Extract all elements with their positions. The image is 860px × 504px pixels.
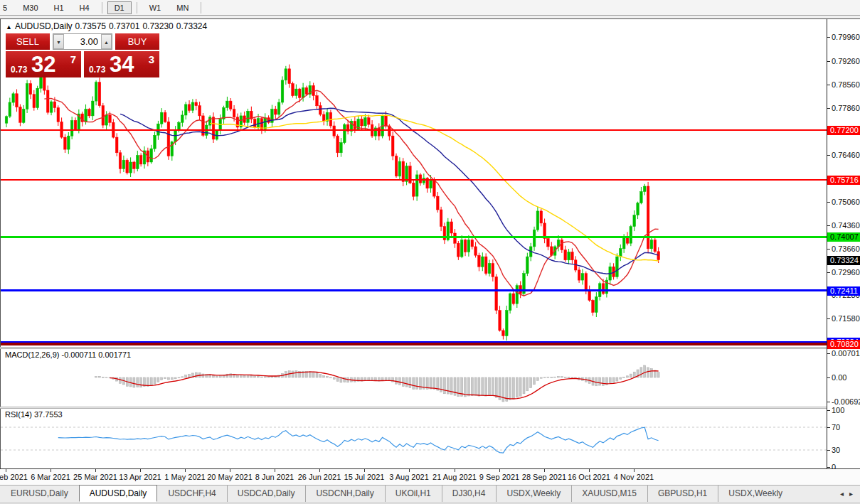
toolbar-separator — [137, 2, 137, 14]
price-badge: 0.74007 — [827, 232, 860, 242]
chart-symbol-header: ▲AUDUSD,Daily0.735750.737010.732300.7332… — [6, 21, 210, 31]
ask-quote[interactable]: 0.73 34 3 — [84, 51, 159, 77]
ohlc-open: 0.73575 — [75, 21, 106, 31]
one-click-panel-toggle-icon[interactable]: ▲ — [6, 23, 12, 31]
time-tick-mark — [230, 469, 230, 472]
price-tick-mark — [827, 272, 830, 273]
ask-pip-digit: 3 — [149, 53, 154, 65]
price-tick-mark — [827, 108, 830, 109]
macd-tick-label: -0.006923 — [832, 397, 860, 406]
timeframe-button-d1[interactable]: D1 — [107, 1, 132, 14]
rsi-tick-label: 30 — [832, 446, 840, 454]
price-tick-mark — [827, 225, 830, 226]
price-tick-mark — [827, 37, 830, 38]
chart-tab-usdx-weekly[interactable]: USDX,Weekly — [718, 486, 793, 502]
chart-tab-audusd-daily[interactable]: AUDUSD,Daily — [79, 485, 158, 502]
timeframe-button-mn[interactable]: MN — [169, 1, 196, 14]
bid-big-digits: 32 — [31, 52, 55, 77]
price-tick-label: 0.73660 — [832, 245, 860, 253]
price-badge: 0.72411 — [827, 286, 860, 296]
ask-big-digits: 34 — [110, 52, 134, 77]
chart-tab-ukoil-h1[interactable]: UKOil,H1 — [385, 486, 442, 502]
price-tick-label: 0.74360 — [832, 221, 860, 230]
bid-pip-digit: 7 — [70, 53, 76, 65]
volume-spinner: ▼ ▲ — [53, 33, 112, 50]
chart-tab-dj30-h4[interactable]: DJ30,H4 — [442, 486, 497, 502]
chart-tab-gbpusd-h1[interactable]: GBPUSD,H1 — [647, 486, 718, 502]
time-tick-mark — [544, 469, 545, 472]
price-scale[interactable]: 0.799600.792600.785600.778600.764600.750… — [827, 19, 860, 468]
trading-app-window: 5M30H1H4D1W1MN ▲AUDUSD,Daily0.735750.737… — [0, 0, 860, 504]
chart-tab-usdx-weekly[interactable]: USDX,Weekly — [496, 486, 571, 502]
price-tick-mark — [827, 85, 830, 85]
macd-tick-label: 0.00 — [832, 373, 846, 382]
bid-quote[interactable]: 0.73 32 7 — [6, 51, 81, 77]
macd-tick-mark — [827, 377, 830, 378]
time-tick-mark — [140, 469, 141, 472]
price-tick-label: 0.78560 — [832, 80, 860, 89]
tab-scroll-right-icon[interactable]: ▸ — [849, 490, 853, 498]
time-tick-mark — [589, 469, 590, 472]
ohlc-close: 0.73324 — [176, 21, 207, 31]
bid-prefix: 0.73 — [11, 65, 27, 75]
price-tick-label: 0.72960 — [832, 268, 860, 277]
price-tick-label: 0.71580 — [832, 314, 860, 323]
time-tick-label: 4 Nov 2021 — [605, 473, 662, 481]
time-tick-mark — [364, 469, 365, 472]
macd-label: MACD(12,26,9) -0.000711 0.001771 — [5, 350, 131, 359]
volume-input[interactable] — [64, 34, 101, 49]
chart-tab-xauusd-m15[interactable]: XAUUSD,M15 — [571, 486, 647, 502]
macd-tick-mark — [827, 402, 830, 402]
ohlc-high: 0.73701 — [109, 21, 139, 31]
price-tick-mark — [827, 318, 830, 319]
buy-button[interactable]: BUY — [115, 33, 159, 50]
time-tick-mark — [455, 469, 455, 472]
tab-scroll-left-icon[interactable]: ◂ — [840, 490, 844, 498]
time-tick-mark — [51, 469, 51, 472]
price-badge: 0.70820 — [827, 340, 860, 349]
chart-tab-eurusd-daily[interactable]: EURUSD,Daily — [0, 486, 79, 502]
price-tick-label: 0.79260 — [832, 57, 860, 65]
price-badge: 0.73324 — [827, 256, 860, 265]
price-tick-mark — [827, 61, 830, 62]
price-tick-mark — [827, 155, 830, 156]
timeframe-button-h1[interactable]: H1 — [47, 1, 71, 14]
timeframe-button-5[interactable]: 5 — [1, 1, 14, 14]
symbol-period-label: AUDUSD,Daily — [15, 21, 73, 31]
toolbar-separator — [201, 2, 201, 14]
volume-increase-icon[interactable]: ▲ — [101, 34, 112, 49]
chart-tab-usdchf-h4[interactable]: USDCHF,H4 — [157, 486, 226, 502]
ask-prefix: 0.73 — [89, 65, 105, 75]
chart-tab-usdcnh-daily[interactable]: USDCNH,Daily — [305, 486, 384, 502]
price-tick-label: 0.79960 — [832, 33, 860, 41]
chart-tab-bar: EURUSD,DailyAUDUSD,DailyUSDCHF,H4USDCAD,… — [0, 485, 860, 502]
price-tick-mark — [827, 249, 830, 250]
chart-tab-usdcad-daily[interactable]: USDCAD,Daily — [227, 486, 306, 502]
price-tick-label: 0.75060 — [832, 198, 860, 206]
rsi-tick-mark — [827, 450, 830, 451]
time-tick-mark — [275, 469, 275, 472]
time-tick-mark — [185, 469, 186, 472]
time-axis[interactable]: 16 Feb 20216 Mar 202125 Mar 202113 Apr 2… — [0, 469, 860, 486]
rsi-tick-mark — [827, 467, 830, 468]
macd-indicator-pane[interactable]: MACD(12,26,9) -0.000711 0.001771 — [0, 349, 827, 407]
volume-decrease-icon[interactable]: ▼ — [53, 34, 64, 49]
rsi-label: RSI(14) 37.7553 — [5, 410, 63, 419]
time-tick-mark — [634, 469, 635, 472]
price-badge: 0.75716 — [827, 176, 860, 185]
sell-button[interactable]: SELL — [6, 33, 50, 50]
rsi-indicator-pane[interactable]: RSI(14) 37.7553 — [0, 409, 827, 468]
timeframe-toolbar: 5M30H1H4D1W1MN — [0, 0, 860, 16]
time-tick-mark — [95, 469, 96, 472]
price-tick-label: 0.77860 — [832, 104, 860, 112]
rsi-tick-label: 100 — [832, 406, 844, 414]
timeframe-button-h4[interactable]: H4 — [73, 1, 97, 14]
price-badge: 0.77200 — [827, 126, 860, 135]
time-tick-mark — [409, 469, 410, 472]
timeframe-button-m30[interactable]: M30 — [16, 1, 45, 14]
one-click-trade-panel: SELL ▼ ▲ BUY 0.73 32 7 0.73 34 3 — [6, 33, 159, 77]
timeframe-button-w1[interactable]: W1 — [142, 1, 169, 14]
rsi-tick-mark — [827, 427, 830, 428]
macd-tick-mark — [827, 353, 830, 354]
time-tick-mark — [319, 469, 320, 472]
